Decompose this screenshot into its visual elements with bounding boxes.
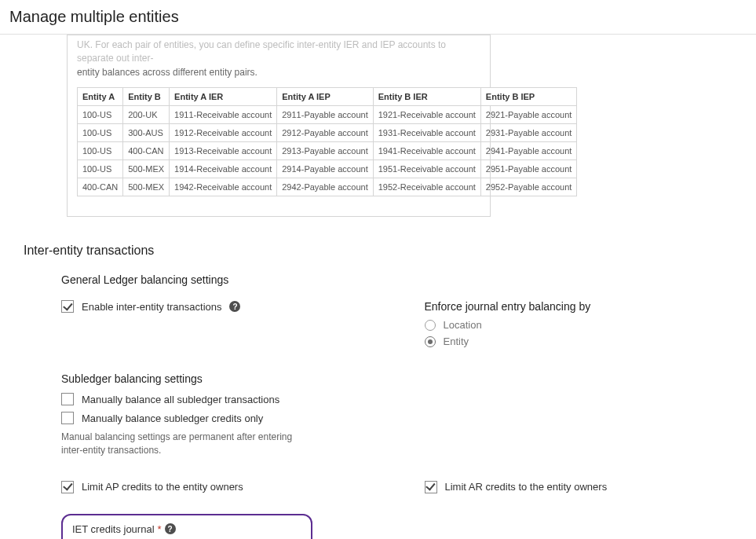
- entity-pair-card: UK. For each pair of entities, you can d…: [67, 35, 491, 217]
- table-cell: 1942-Receivable account: [170, 178, 277, 196]
- iet-journal-label: IET credits journal: [72, 523, 155, 535]
- table-header: Entity B: [123, 88, 170, 106]
- card-intro: UK. For each pair of entities, you can d…: [77, 35, 480, 87]
- table-cell: 400-CAN: [78, 178, 123, 196]
- intro-faded-line: UK. For each pair of entities, you can d…: [77, 39, 446, 64]
- table-row: 100-US200-UK1911-Receivable account2911-…: [78, 106, 577, 124]
- table-cell: 2912-Payable account: [277, 124, 373, 142]
- cb-limit-ap[interactable]: [61, 481, 74, 493]
- page-title: Manage multiple entities: [0, 0, 756, 35]
- table-cell: 2921-Payable account: [480, 106, 576, 124]
- help-icon[interactable]: ?: [229, 301, 240, 312]
- table-cell: 400-CAN: [123, 142, 170, 160]
- table-cell: 1913-Receivable account: [170, 142, 277, 160]
- table-cell: 2952-Payable account: [480, 178, 576, 196]
- cb-limit-ar[interactable]: [425, 481, 437, 493]
- table-row: 100-US500-MEX1914-Receivable account2914…: [78, 160, 577, 178]
- table-cell: 100-US: [78, 106, 123, 124]
- table-cell: 1914-Receivable account: [170, 160, 277, 178]
- table-cell: 1952-Receivable account: [373, 178, 480, 196]
- table-header: Entity A IEP: [277, 88, 373, 106]
- radio-entity-label: Entity: [444, 336, 469, 347]
- cb-limit-ap-label: Limit AP credits to the entity owners: [82, 481, 243, 493]
- table-cell: 2951-Payable account: [480, 160, 576, 178]
- enable-iet-checkbox[interactable]: [61, 300, 74, 313]
- table-header: Entity B IEP: [480, 88, 576, 106]
- table-cell: 2914-Payable account: [277, 160, 373, 178]
- enforce-balancing-label: Enforce journal entry balancing by: [425, 300, 733, 313]
- table-cell: 500-MEX: [123, 178, 170, 196]
- gl-heading: General Ledger balancing settings: [61, 273, 732, 286]
- entity-pair-table: Entity AEntity BEntity A IEREntity A IEP…: [77, 87, 577, 196]
- table-cell: 100-US: [78, 124, 123, 142]
- table-cell: 200-UK: [123, 106, 170, 124]
- table-row: 400-CAN500-MEX1942-Receivable account294…: [78, 178, 577, 196]
- table-cell: 100-US: [78, 142, 123, 160]
- cb-balance-credits[interactable]: [61, 412, 74, 424]
- subledger-note: Manual balancing settings are permanent …: [61, 431, 297, 457]
- table-row: 100-US300-AUS1912-Receivable account2912…: [78, 124, 577, 142]
- cb-balance-all-label: Manually balance all subledger transacti…: [82, 394, 279, 405]
- table-header: Entity B IER: [373, 88, 480, 106]
- enable-iet-label: Enable inter-entity transactions: [82, 301, 221, 313]
- table-cell: 500-MEX: [123, 160, 170, 178]
- table-header: Entity A: [78, 88, 123, 106]
- table-cell: 1911-Receivable account: [170, 106, 277, 124]
- table-cell: 2942-Payable account: [277, 178, 373, 196]
- table-cell: 1921-Receivable account: [373, 106, 480, 124]
- intro-second-line: entity balances across different entity …: [77, 67, 257, 78]
- table-cell: 2941-Payable account: [480, 142, 576, 160]
- radio-location-label: Location: [444, 319, 482, 331]
- table-row: 100-US400-CAN1913-Receivable account2913…: [78, 142, 577, 160]
- radio-location[interactable]: [425, 320, 436, 331]
- subledger-heading: Subledger balancing settings: [61, 372, 732, 385]
- cb-balance-all[interactable]: [61, 393, 74, 405]
- table-cell: 2913-Payable account: [277, 142, 373, 160]
- help-icon[interactable]: ?: [165, 523, 176, 534]
- table-cell: 1941-Receivable account: [373, 142, 480, 160]
- radio-entity[interactable]: [425, 336, 436, 347]
- iet-section-heading: Inter-entity transactions: [24, 244, 732, 258]
- iet-journal-highlight: IET credits journal * ? Inter Entity Jou…: [61, 514, 312, 539]
- table-cell: 2911-Payable account: [277, 106, 373, 124]
- table-cell: 1912-Receivable account: [170, 124, 277, 142]
- table-cell: 1951-Receivable account: [373, 160, 480, 178]
- cb-limit-ar-label: Limit AR credits to the entity owners: [445, 481, 608, 493]
- table-cell: 100-US: [78, 160, 123, 178]
- table-cell: 2931-Payable account: [480, 124, 576, 142]
- required-icon: *: [158, 523, 162, 535]
- cb-balance-credits-label: Manually balance subledger credits only: [82, 412, 263, 424]
- table-cell: 1931-Receivable account: [373, 124, 480, 142]
- table-cell: 300-AUS: [123, 124, 170, 142]
- table-header: Entity A IER: [170, 88, 277, 106]
